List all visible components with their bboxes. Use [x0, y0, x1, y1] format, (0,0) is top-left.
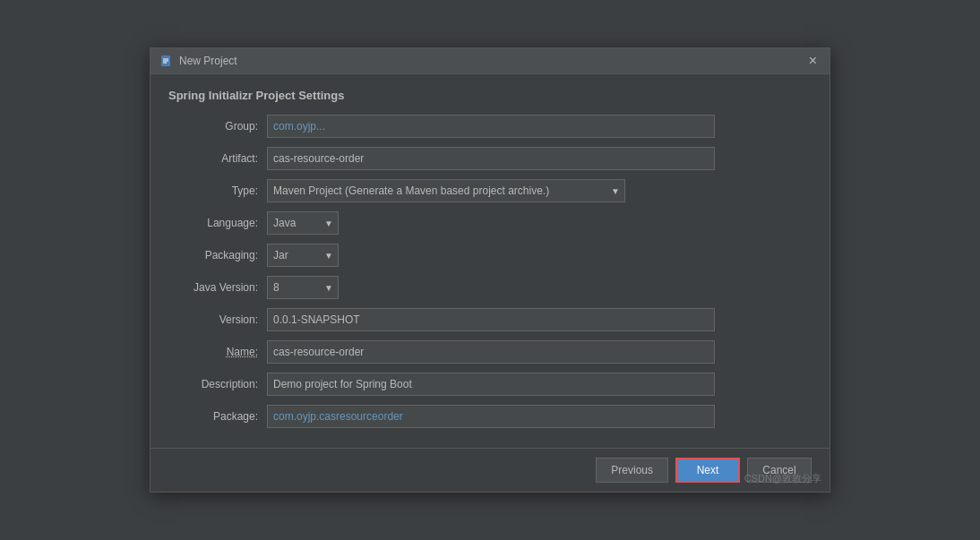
description-label: Description:	[168, 378, 267, 390]
previous-button[interactable]: Previous	[596, 458, 668, 483]
description-row: Description:	[168, 373, 812, 396]
type-select-wrapper: Maven Project (Generate a Maven based pr…	[267, 179, 625, 202]
type-label: Type:	[168, 184, 267, 197]
description-input[interactable]	[267, 373, 715, 396]
section-title: Spring Initializr Project Settings	[168, 89, 812, 102]
language-row: Language: Java Kotlin Groovy ▼	[168, 211, 812, 235]
language-select[interactable]: Java Kotlin Groovy	[267, 211, 339, 235]
type-row: Type: Maven Project (Generate a Maven ba…	[168, 179, 812, 202]
java-version-select-wrapper: 8 11 17 ▼	[267, 276, 339, 299]
artifact-label: Artifact:	[168, 152, 267, 165]
packaging-select[interactable]: Jar War	[267, 244, 339, 267]
package-label: Package:	[168, 410, 267, 423]
package-input[interactable]	[267, 405, 715, 428]
next-button[interactable]: Next	[675, 458, 740, 483]
dialog-footer: Previous Next Cancel	[150, 448, 830, 492]
java-version-label: Java Version:	[168, 281, 267, 294]
watermark: CSDN@敦敦分享	[744, 472, 821, 485]
java-version-row: Java Version: 8 11 17 ▼	[168, 276, 812, 299]
new-project-dialog: New Project × Spring Initializr Project …	[150, 47, 830, 493]
group-input[interactable]	[267, 115, 715, 138]
name-input[interactable]	[267, 340, 715, 364]
dialog-content: Spring Initializr Project Settings Group…	[150, 74, 830, 448]
language-select-wrapper: Java Kotlin Groovy ▼	[267, 211, 339, 235]
packaging-row: Packaging: Jar War ▼	[168, 244, 812, 267]
type-select[interactable]: Maven Project (Generate a Maven based pr…	[267, 179, 625, 202]
version-input[interactable]	[267, 308, 715, 331]
packaging-label: Packaging:	[168, 249, 267, 261]
new-project-icon	[159, 54, 174, 68]
close-button[interactable]: ×	[805, 54, 821, 68]
name-row: Name:	[168, 340, 812, 364]
group-row: Group:	[168, 115, 812, 138]
version-row: Version:	[168, 308, 812, 331]
package-row: Package:	[168, 405, 812, 428]
packaging-select-wrapper: Jar War ▼	[267, 244, 339, 267]
artifact-input[interactable]	[267, 147, 715, 170]
dialog-title: New Project	[179, 55, 237, 67]
version-label: Version:	[168, 313, 267, 326]
name-label: Name:	[168, 346, 267, 358]
title-bar: New Project ×	[150, 48, 830, 74]
artifact-row: Artifact:	[168, 147, 812, 170]
group-label: Group:	[168, 120, 267, 133]
java-version-select[interactable]: 8 11 17	[267, 276, 339, 299]
title-bar-left: New Project	[159, 54, 237, 68]
language-label: Language:	[168, 217, 267, 229]
